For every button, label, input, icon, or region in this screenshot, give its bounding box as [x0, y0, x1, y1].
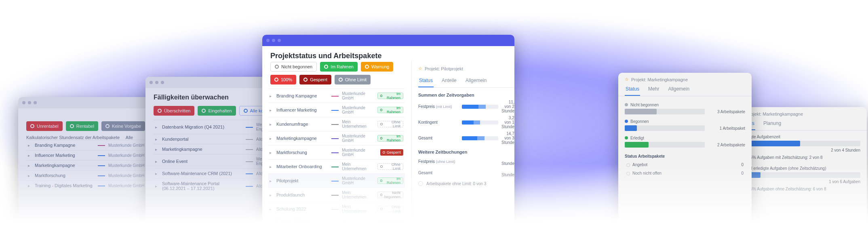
- bullet-icon: [626, 163, 630, 167]
- filter-warnung[interactable]: Warnung: [361, 62, 393, 72]
- window-profitability: Unrentabel Rentabel Keine Vorgabe Kalkul…: [18, 97, 156, 228]
- list-item[interactable]: ▸ Schulung 2022 Mein Unternehmen Ohne Li…: [268, 202, 405, 216]
- color-swatch: [331, 138, 339, 139]
- list-item[interactable]: ▸ Training - Digitales Marketing Musterk…: [268, 216, 405, 228]
- tab-allgemein[interactable]: Allgemein: [667, 84, 690, 96]
- status-badge: Gesperrt: [380, 149, 403, 156]
- table-row: Noch nicht offen0: [626, 169, 744, 177]
- list-item[interactable]: ▸ Marktforschung Musterkunde GmbH Gesper…: [268, 146, 405, 160]
- project-name: Schulung 2022: [275, 202, 330, 216]
- tab-planung[interactable]: Planung: [763, 118, 782, 130]
- color-swatch: [331, 124, 339, 125]
- section-title: Weitere Zeitbuchungen: [418, 150, 514, 154]
- progress-value: 1 von 6 Aufgaben: [740, 179, 860, 184]
- list-item[interactable]: ▸ Mitarbeiter Onboarding Mein Unternehme…: [268, 160, 405, 174]
- tab-status[interactable]: Status: [625, 84, 640, 96]
- star-icon[interactable]: ☆: [418, 66, 422, 71]
- nolimit-text: Arbeitspakete ohne Limit: 0 von 3: [426, 182, 486, 186]
- metric-label: Gesamt: [418, 171, 459, 175]
- list-item[interactable]: ▸ Marketingkampagne Musterkunde GmbH Im …: [268, 131, 405, 146]
- star-icon[interactable]: ☆: [625, 77, 629, 82]
- progress-bar: [740, 141, 860, 146]
- list-item[interactable]: ▸ Pilotprojekt Musterkunde GmbH Im Rahme…: [268, 174, 405, 188]
- customer-name: Musterkunde GmbH: [340, 131, 376, 146]
- metric-label: Kontingent: [418, 120, 459, 125]
- status-badge: Nicht begonnen: [377, 192, 403, 198]
- status-dot-icon: [625, 136, 628, 139]
- customer-name: Mein Unternehmen: [340, 188, 376, 202]
- chevron-right-icon: ▸: [270, 193, 273, 197]
- customer-name: Mein Unternehmen: [340, 202, 376, 216]
- status-group: Erledigt 2 Arbeitspakete: [625, 136, 745, 149]
- status-dot-icon: [625, 120, 628, 123]
- status-label: Begonnen: [630, 119, 649, 124]
- tab-mehr[interactable]: Mehr: [647, 84, 660, 96]
- progress-bar: [462, 120, 498, 125]
- window-status-groups: ☆Projekt: Marketingkampagne Status Mehr …: [618, 73, 752, 228]
- tab-status[interactable]: Status: [418, 75, 434, 87]
- project-name: Training - Digitales Marketing: [275, 216, 330, 228]
- filter-100[interactable]: 100%: [270, 75, 296, 84]
- breadcrumb: Projekt: Marketingkampagne: [631, 77, 688, 82]
- section-title: Erledigte Aufgabenzeit: [740, 135, 860, 139]
- breadcrumb: Projekt: Marketingkampagne: [746, 112, 803, 116]
- status-badge: Gesperrt: [380, 220, 403, 227]
- metric-value: 14,75 von 35 Stunden: [501, 131, 514, 145]
- chevron-right-icon: ▸: [270, 122, 273, 127]
- tab-anteile[interactable]: Anteile: [441, 75, 457, 87]
- list-item[interactable]: ▸ Produktlaunch Mein Unternehmen Nicht b…: [268, 188, 405, 202]
- chevron-right-icon: ▸: [270, 165, 273, 169]
- color-swatch: [331, 167, 339, 167]
- row-value: 0: [733, 161, 744, 169]
- metric-value: 3,25 von 10 Stunden: [501, 116, 514, 129]
- filter-im-rahmen[interactable]: Im Rahmen: [320, 62, 358, 72]
- chevron-right-icon: ▸: [270, 94, 273, 98]
- customer-name: Mein Unternehmen: [340, 117, 376, 131]
- section-title: Status Arbeitspakete: [625, 154, 745, 158]
- chevron-right-icon: ▸: [270, 207, 273, 211]
- count-label: 1 Arbeitspaket: [709, 126, 745, 131]
- metric-row: Gesamt 0 Stunden: [418, 168, 514, 177]
- progress-bar: [625, 109, 705, 114]
- project-name: Produktlaunch: [275, 188, 330, 202]
- page-title: Projektstatus und Arbeitspakete: [262, 46, 514, 60]
- section-title: Anzahl erledigte Aufgaben (ohne Zeitschä…: [740, 166, 860, 171]
- color-swatch: [331, 224, 339, 224]
- customer-name: Musterkunde GmbH: [340, 89, 376, 103]
- color-swatch: [331, 96, 339, 97]
- stat-text: 75% Aufgaben ohne Zeitschätzung: 6 von 8: [748, 187, 826, 191]
- color-swatch: [331, 181, 339, 182]
- customer-name: Musterkunde GmbH: [340, 103, 376, 117]
- progress-bar: [462, 136, 498, 140]
- status-badge: Im Rahmen: [377, 107, 403, 113]
- status-group: Nicht begonnen 3 Arbeitspakete: [625, 103, 745, 116]
- count-label: 3 Arbeitspakete: [709, 110, 745, 114]
- filter-gesperrt[interactable]: Gesperrt: [299, 75, 331, 84]
- metric-row: Gesamt 14,75 von 35 Stunden: [418, 131, 514, 145]
- bullet-icon: [626, 172, 630, 175]
- customer-name: Musterkunde GmbH: [340, 146, 376, 160]
- section-title: Summen der Zeitvorgaben: [418, 93, 514, 97]
- progress-bar: [625, 142, 705, 148]
- status-badge: Im Rahmen: [377, 93, 403, 99]
- row-value: 0: [733, 169, 744, 177]
- color-swatch: [331, 110, 339, 111]
- progress-bar: [462, 105, 498, 109]
- status-badge: Ohne Limit: [377, 163, 403, 170]
- metric-value: 0 Stunden: [501, 157, 514, 166]
- filter-ohne-limit[interactable]: Ohne Limit: [335, 75, 371, 84]
- list-item[interactable]: ▸ Branding Kampagne Musterkunde GmbH Im …: [268, 89, 405, 103]
- status-badge: Im Rahmen: [377, 135, 403, 141]
- table-row: Angebot0: [626, 161, 744, 169]
- metric-label: Festpreis (ohne Limit): [418, 159, 459, 164]
- customer-name: Musterkunde GmbH: [340, 174, 376, 188]
- progress-bar: [740, 172, 860, 178]
- metric-label: Festpreis (mit Limit): [418, 104, 459, 109]
- list-item[interactable]: ▸ Kundenumfrage Mein Unternehmen Ohne Li…: [268, 117, 405, 131]
- filter-not-started[interactable]: Nicht begonnen: [270, 62, 317, 72]
- list-item[interactable]: ▸ Influencer Marketing Musterkunde GmbH …: [268, 103, 405, 117]
- project-name: Mitarbeiter Onboarding: [275, 160, 330, 174]
- status-table: Angebot0Noch nicht offen0: [625, 160, 745, 178]
- checkbox[interactable]: [418, 181, 423, 186]
- tab-allgemein[interactable]: Allgemein: [465, 75, 488, 87]
